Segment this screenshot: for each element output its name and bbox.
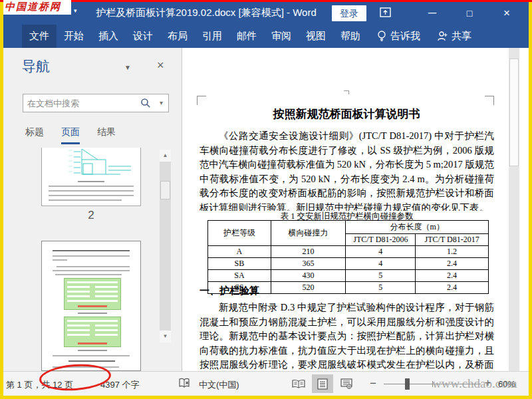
thumb-text-line — [53, 355, 130, 356]
frame-border-bottom — [0, 396, 532, 399]
maximize-button[interactable]: □ — [458, 5, 481, 22]
ribbon-tab-strip: 文件 开始 插入 设计 布局 引用 邮件 审阅 视图 帮助 告诉我 共享 — [3, 24, 529, 48]
thumb-text-line — [53, 255, 130, 257]
document-paragraph-2: 新规范中附录 D.3 中规定了护栏试验构件的设计程序，对于钢筋混凝土和预应力钢筋… — [200, 301, 494, 371]
word-window: 中国道桥网 ▾ 护栏及桥面板计算2019.02.docx [兼容模式] - Wo… — [0, 0, 532, 399]
page-corner-mark — [485, 96, 494, 105]
quick-access-arrow-icon[interactable]: ▾ — [74, 7, 77, 14]
tab-design[interactable]: 设计 — [126, 25, 160, 48]
share-person-icon — [436, 31, 448, 41]
window-title: 护栏及桥面板计算2019.02.docx [兼容模式] - Word — [80, 7, 332, 19]
thumb-text-line — [49, 200, 122, 201]
tab-references[interactable]: 引用 — [195, 25, 229, 48]
document-scrollbar[interactable] — [509, 48, 519, 371]
thumb-text-line — [53, 270, 130, 271]
document-search-box[interactable]: ▾ — [23, 94, 169, 112]
thumb-text-line — [53, 259, 67, 261]
nav-tab-pages[interactable]: 页面 — [61, 126, 80, 144]
search-dropdown-icon[interactable]: ▾ — [160, 99, 163, 106]
navigation-close-icon[interactable]: × — [157, 59, 164, 72]
table-row: A 210 4 1.2 — [208, 246, 489, 258]
navigation-pane: 导航 ▼ × ▾ 标题 页面 结果 — [3, 48, 182, 371]
cell: 4 — [346, 258, 416, 270]
thumb-text-line — [49, 195, 134, 196]
cell: 210 — [271, 246, 346, 258]
table-row: SB 365 4 2.4 — [208, 258, 489, 270]
language-indicator[interactable]: 中文(中国) — [199, 379, 239, 391]
thumb-caption-line — [78, 350, 107, 351]
thumb-rule — [53, 250, 130, 251]
navigation-collapse-icon[interactable]: ▼ — [124, 64, 131, 71]
nav-pane-scrollbar[interactable]: ▲ ▼ — [160, 150, 171, 342]
cell: 2.4 — [416, 282, 489, 294]
page-2-thumbnail[interactable] — [41, 148, 141, 206]
document-scrollbar-thumb[interactable] — [509, 59, 519, 166]
share-button[interactable]: 共享 — [436, 24, 471, 48]
print-layout-button[interactable] — [312, 374, 333, 393]
thumb-text-line — [55, 274, 122, 275]
zoom-out-button[interactable]: − — [370, 377, 376, 390]
nav-tab-results[interactable]: 结果 — [97, 126, 116, 144]
page-corner-mark — [197, 96, 206, 105]
tab-insert[interactable]: 插入 — [91, 25, 126, 48]
cell: 1.2 — [416, 246, 489, 258]
page-2-label: 2 — [41, 209, 141, 222]
page-3-thumbnail[interactable] — [41, 241, 141, 371]
section-heading-1: 一、护栏验算 — [200, 285, 259, 297]
title-bar: 中国道桥网 ▾ 护栏及桥面板计算2019.02.docx [兼容模式] - Wo… — [3, 2, 529, 24]
cell: 2.4 — [416, 270, 489, 282]
cell: 520 — [271, 282, 346, 294]
read-mode-button[interactable] — [288, 374, 309, 393]
watermark-bottom-right: www.chdao.com — [432, 376, 517, 391]
tell-me-box[interactable]: 告诉我 — [377, 30, 420, 43]
thumb-form-screenshot — [64, 317, 121, 347]
ribbon-display-options-icon[interactable] — [380, 7, 402, 25]
cell: A — [208, 246, 271, 258]
close-button[interactable]: × — [495, 5, 518, 22]
col-header: 护栏等级 — [208, 221, 271, 246]
watermark-top-left: 中国道桥网 — [3, 0, 71, 15]
scroll-down-icon[interactable]: ▼ — [160, 331, 171, 342]
tab-mailings[interactable]: 邮件 — [229, 25, 264, 48]
tab-home[interactable]: 开始 — [57, 25, 91, 48]
cell: 2.4 — [416, 258, 489, 270]
minimize-button[interactable]: ─ — [421, 5, 444, 22]
sign-in-button[interactable]: 登录 — [332, 5, 366, 21]
thumb-text-line — [57, 266, 130, 267]
cell: SB — [208, 258, 271, 270]
cell: 5 — [346, 270, 416, 282]
cell: 4 — [346, 246, 416, 258]
web-layout-button[interactable] — [336, 374, 357, 393]
search-input[interactable] — [27, 96, 134, 110]
tab-view[interactable]: 视图 — [299, 25, 333, 48]
thumbnail-drawing — [42, 148, 140, 178]
tab-help[interactable]: 帮助 — [333, 25, 368, 48]
zoom-slider-thumb[interactable] — [405, 378, 410, 390]
nav-scrollbar-thumb[interactable] — [160, 181, 170, 200]
thumb-text-line — [49, 190, 134, 192]
thumb-form-screenshot — [64, 278, 121, 310]
tab-review[interactable]: 审阅 — [264, 25, 299, 48]
cell: SA — [208, 270, 271, 282]
navigation-pane-title: 导航 — [22, 57, 50, 76]
table-header-row: 护栏等级 横向碰撞力 分布长度（m） — [208, 221, 489, 234]
document-area[interactable]: 按照新规范桥面板计算说明书 《公路交通安全设施设计细则》(JTC/T D81-2… — [182, 48, 509, 371]
tell-me-label: 告诉我 — [390, 30, 420, 43]
scroll-up-icon[interactable]: ▲ — [160, 150, 171, 162]
table-row: SA 430 5 2.4 — [208, 270, 489, 282]
cursor-mark — [344, 90, 349, 94]
document-paragraph-1: 《公路交通安全设施设计细则》(JTC/T D81-2017) 中对于护栏汽车横向… — [200, 129, 494, 211]
col-header: JTC/T D81-2006 — [346, 234, 416, 246]
nav-tab-headings[interactable]: 标题 — [25, 126, 44, 144]
thumb-text-line — [49, 186, 134, 187]
document-heading: 按照新规范桥面板计算说明书 — [200, 106, 493, 122]
thumb-caption-line — [78, 313, 107, 314]
frame-border-top — [0, 0, 532, 2]
tab-file[interactable]: 文件 — [22, 25, 57, 48]
tab-layout[interactable]: 布局 — [160, 25, 195, 48]
cell: 430 — [271, 270, 346, 282]
proofing-status-icon[interactable] — [178, 378, 191, 389]
col-header: JTC/T D81-2017 — [416, 234, 489, 246]
search-icon[interactable] — [140, 98, 151, 108]
thumb-text-line — [78, 181, 104, 182]
